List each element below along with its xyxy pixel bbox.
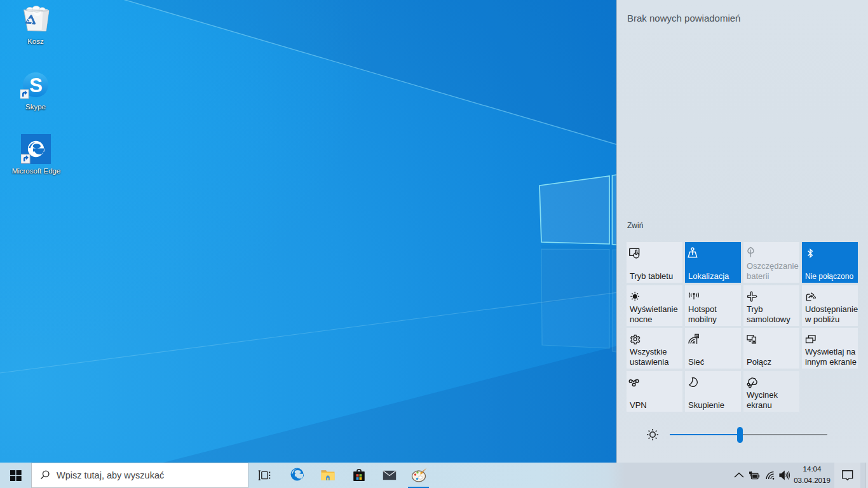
svg-text:S: S (29, 74, 43, 97)
